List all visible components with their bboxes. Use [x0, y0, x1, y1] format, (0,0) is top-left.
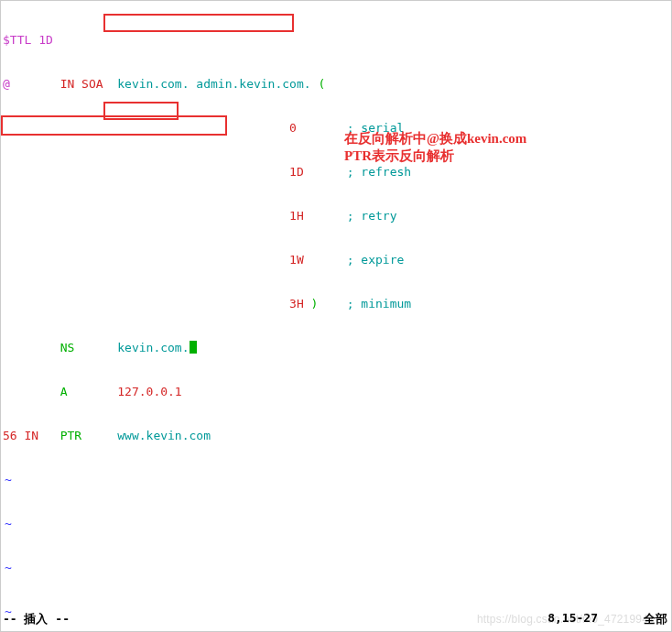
ns-host: kevin.com. — [117, 341, 189, 355]
vim-statusbar: -- 插入 -- 8,15-27 全部 — [1, 611, 671, 627]
serial-value: 0 — [289, 121, 297, 136]
refresh-value: 1D — [289, 165, 304, 180]
code-line: $TTL 1D — [3, 33, 669, 48]
annotation-line1: 在反向解析中@换成kevin.com — [344, 130, 526, 147]
code-line: NS kevin.com. — [3, 341, 669, 355]
scroll-indicator: 全部 — [644, 611, 667, 627]
code-line: A 127.0.0.1 — [3, 385, 669, 399]
code-line: @ IN SOA kevin.com. admin.kevin.com. ( — [3, 77, 669, 92]
retry-value: 1H — [289, 209, 304, 223]
ptr-in: IN — [24, 429, 38, 443]
vim-editor[interactable]: $TTL 1D @ IN SOA kevin.com. admin.kevin.… — [1, 1, 671, 632]
ns-record: NS — [60, 341, 75, 355]
paren-open: ( — [318, 77, 325, 92]
annotation-line2: PTR表示反向解析 — [344, 147, 454, 165]
refresh-comment: ; refresh — [347, 165, 411, 180]
ttl-directive: $TTL 1D — [3, 33, 53, 48]
soa-host: kevin.com. admin.kevin.com. — [117, 77, 310, 92]
retry-comment: ; retry — [347, 209, 397, 223]
paren-close: ) — [311, 297, 319, 311]
ptr-record: PTR — [60, 429, 81, 443]
at-symbol: @ — [3, 77, 10, 92]
a-address: 127.0.0.1 — [117, 385, 181, 399]
expire-value: 1W — [289, 253, 304, 267]
in-soa: IN SOA — [60, 77, 103, 92]
expire-comment: ; expire — [347, 253, 405, 267]
empty-line-tilde: ~ — [3, 561, 669, 575]
cursor — [190, 341, 197, 354]
minimum-comment: ; minimum — [347, 297, 411, 311]
minimum-value: 3H — [289, 297, 304, 311]
code-line: 56 IN PTR www.kevin.com — [3, 429, 669, 443]
code-line: 1W ; expire — [3, 253, 669, 267]
empty-line-tilde: ~ — [3, 517, 669, 531]
a-record: A — [60, 385, 68, 399]
empty-line-tilde: ~ — [3, 473, 669, 487]
code-line: 1H ; retry — [3, 209, 669, 223]
ptr-num: 56 — [3, 429, 17, 443]
code-line: 0 ; serial — [3, 121, 669, 136]
ptr-host: www.kevin.com — [117, 429, 211, 443]
code-line: 3H ) ; minimum — [3, 297, 669, 311]
vim-mode: -- 插入 -- — [3, 611, 70, 627]
code-line: 1D ; refresh — [3, 165, 669, 180]
cursor-position: 8,15-27 — [547, 611, 598, 625]
